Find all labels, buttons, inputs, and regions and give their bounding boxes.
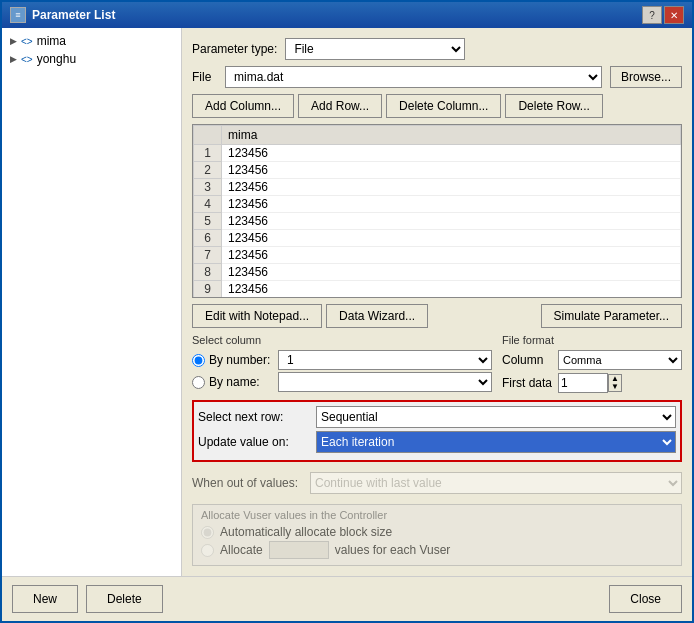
main-content: Parameter type: File File mima.dat Brows…: [182, 28, 692, 576]
table-row[interactable]: 2123456: [194, 162, 681, 179]
edit-notepad-button[interactable]: Edit with Notepad...: [192, 304, 322, 328]
bottom-left-buttons: Edit with Notepad... Data Wizard...: [192, 304, 428, 328]
row-value: 123456: [222, 281, 681, 298]
select-column-section: Select column By number: 1 By name:: [192, 334, 492, 394]
spinner-down[interactable]: ▼: [609, 383, 621, 391]
auto-allocate-radio: [201, 526, 214, 539]
by-number-radio[interactable]: [192, 354, 205, 367]
param-type-label: Parameter type:: [192, 42, 277, 56]
row-number: 3: [194, 179, 222, 196]
row-value: 123456: [222, 145, 681, 162]
table-row[interactable]: 1123456: [194, 145, 681, 162]
table-row[interactable]: 9123456: [194, 281, 681, 298]
row-number: 10: [194, 298, 222, 299]
table-row[interactable]: 7123456: [194, 247, 681, 264]
table-header-num: [194, 126, 222, 145]
param-type-select[interactable]: File: [285, 38, 465, 60]
simulate-button[interactable]: Simulate Parameter...: [541, 304, 682, 328]
sidebar-item-yonghu[interactable]: ▶ <> yonghu: [6, 50, 177, 68]
param-icon-mima: <>: [21, 36, 33, 47]
auto-allocate-label: Automatically allocate block size: [220, 525, 392, 539]
row-value: 123456: [222, 264, 681, 281]
sidebar-item-mima[interactable]: ▶ <> mima: [6, 32, 177, 50]
table-header-mima: mima: [222, 126, 681, 145]
select-next-row-row: Select next row: Sequential: [198, 406, 676, 428]
allocate-section: Allocate Vuser values in the Controller …: [192, 504, 682, 566]
row-value: 123456: [222, 196, 681, 213]
window-body: ▶ <> mima ▶ <> yonghu Parameter type: Fi…: [2, 28, 692, 576]
first-data-input[interactable]: [558, 373, 608, 393]
file-select[interactable]: mima.dat: [225, 66, 602, 88]
footer-left: New Delete: [12, 585, 163, 613]
close-dialog-button[interactable]: Close: [609, 585, 682, 613]
row-number: 1: [194, 145, 222, 162]
arrow-icon-yonghu: ▶: [10, 54, 17, 64]
row-value: 123456: [222, 213, 681, 230]
footer-bar: New Delete Close: [2, 576, 692, 621]
file-format-section: File format Column Comma First data ▲ ▼: [502, 334, 682, 394]
update-value-on-row: Update value on: Each iteration: [198, 431, 676, 453]
row-number: 2: [194, 162, 222, 179]
row-number: 9: [194, 281, 222, 298]
row-number: 4: [194, 196, 222, 213]
by-name-label: By name:: [209, 375, 274, 389]
bottom-buttons-row: Edit with Notepad... Data Wizard... Simu…: [192, 304, 682, 328]
row-value: 123456: [222, 179, 681, 196]
row-number: 8: [194, 264, 222, 281]
row-number: 7: [194, 247, 222, 264]
delete-button[interactable]: Delete: [86, 585, 163, 613]
table-row[interactable]: 3123456: [194, 179, 681, 196]
auto-allocate-row: Automatically allocate block size: [201, 525, 673, 539]
by-name-radio[interactable]: [192, 376, 205, 389]
browse-button[interactable]: Browse...: [610, 66, 682, 88]
column-format-label: Column: [502, 353, 552, 367]
manual-allocate-radio: [201, 544, 214, 557]
data-table-container: mima 11234562123456312345641234565123456…: [192, 124, 682, 298]
column-format-row: Select column By number: 1 By name:: [192, 334, 682, 394]
first-data-label: First data: [502, 376, 552, 390]
by-name-row: By name:: [192, 372, 492, 392]
select-next-row-label: Select next row:: [198, 410, 308, 424]
select-next-row-select[interactable]: Sequential: [316, 406, 676, 428]
table-row[interactable]: 8123456: [194, 264, 681, 281]
row-value: 123456: [222, 230, 681, 247]
action-buttons: Add Column... Add Row... Delete Column..…: [192, 94, 682, 118]
row-number: 6: [194, 230, 222, 247]
table-row[interactable]: 10123456: [194, 298, 681, 299]
values-label: values for each Vuser: [335, 543, 451, 557]
by-number-label: By number:: [209, 353, 274, 367]
table-row[interactable]: 5123456: [194, 213, 681, 230]
allocate-label: Allocate: [220, 543, 263, 557]
update-value-on-label: Update value on:: [198, 435, 308, 449]
data-wizard-button[interactable]: Data Wizard...: [326, 304, 428, 328]
when-out-label: When out of values:: [192, 476, 302, 490]
close-window-button[interactable]: ✕: [664, 6, 684, 24]
table-row[interactable]: 4123456: [194, 196, 681, 213]
sidebar-label-mima: mima: [37, 34, 66, 48]
param-type-row: Parameter type: File: [192, 38, 682, 60]
delete-row-button[interactable]: Delete Row...: [505, 94, 602, 118]
by-number-row: By number: 1: [192, 350, 492, 370]
allocate-input: [269, 541, 329, 559]
arrow-icon: ▶: [10, 36, 17, 46]
by-name-input[interactable]: [278, 372, 492, 392]
when-out-row: When out of values: Continue with last v…: [192, 472, 682, 494]
delete-column-button[interactable]: Delete Column...: [386, 94, 501, 118]
file-format-label: File format: [502, 334, 682, 346]
title-buttons: ? ✕: [642, 6, 684, 24]
column-format-select[interactable]: Comma: [558, 350, 682, 370]
add-column-button[interactable]: Add Column...: [192, 94, 294, 118]
update-value-on-select[interactable]: Each iteration: [316, 431, 676, 453]
row-value: 123456: [222, 298, 681, 299]
by-number-input[interactable]: 1: [278, 350, 492, 370]
new-button[interactable]: New: [12, 585, 78, 613]
param-icon-yonghu: <>: [21, 54, 33, 65]
row-value: 123456: [222, 247, 681, 264]
add-row-button[interactable]: Add Row...: [298, 94, 382, 118]
format-grid: Column Comma First data ▲ ▼: [502, 350, 682, 393]
manual-allocate-row: Allocate values for each Vuser: [201, 541, 673, 559]
table-row[interactable]: 6123456: [194, 230, 681, 247]
help-button[interactable]: ?: [642, 6, 662, 24]
when-out-section: When out of values: Continue with last v…: [192, 472, 682, 494]
allocate-title: Allocate Vuser values in the Controller: [201, 509, 673, 521]
